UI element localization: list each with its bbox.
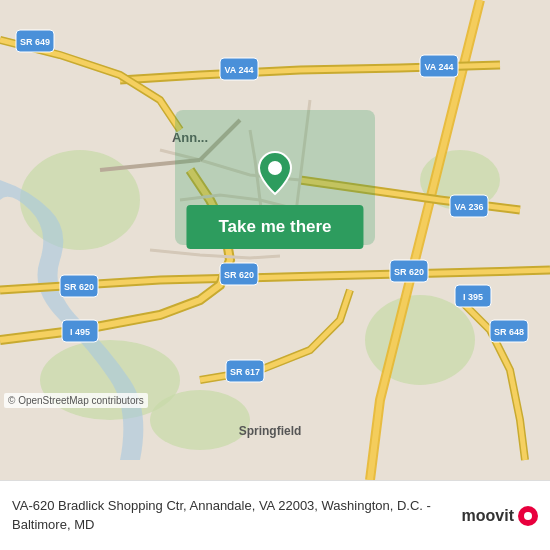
svg-text:SR 620: SR 620 xyxy=(224,270,254,280)
moovit-icon xyxy=(518,506,538,526)
svg-text:SR 649: SR 649 xyxy=(20,37,50,47)
svg-rect-22 xyxy=(226,360,264,382)
svg-text:SR 620: SR 620 xyxy=(394,267,424,277)
take-me-there-button[interactable]: Take me there xyxy=(186,205,363,249)
svg-rect-6 xyxy=(16,30,54,52)
svg-text:Springfield: Springfield xyxy=(239,424,302,438)
map-container: SR 649 VA 244 VA 244 VA 236 SR 620 SR 62… xyxy=(0,0,550,480)
svg-point-4 xyxy=(420,150,500,210)
svg-point-3 xyxy=(40,340,180,420)
svg-rect-20 xyxy=(62,320,98,342)
address-text: VA-620 Bradlick Shopping Ctr, Annandale,… xyxy=(12,497,462,533)
svg-text:I 395: I 395 xyxy=(463,292,483,302)
svg-point-31 xyxy=(268,161,282,175)
svg-rect-24 xyxy=(455,285,491,307)
svg-text:VA 244: VA 244 xyxy=(224,65,253,75)
svg-text:VA 244: VA 244 xyxy=(424,62,453,72)
svg-point-5 xyxy=(150,390,250,450)
moovit-logo: moovit xyxy=(462,506,538,526)
svg-rect-26 xyxy=(490,320,528,342)
svg-text:SR 617: SR 617 xyxy=(230,367,260,377)
svg-text:VA 236: VA 236 xyxy=(454,202,483,212)
moovit-wordmark: moovit xyxy=(462,507,514,525)
svg-rect-16 xyxy=(220,263,258,285)
svg-point-1 xyxy=(20,150,140,250)
svg-text:SR 648: SR 648 xyxy=(494,327,524,337)
map-attribution: © OpenStreetMap contributors xyxy=(4,393,148,408)
svg-text:SR 620: SR 620 xyxy=(64,282,94,292)
svg-rect-8 xyxy=(220,58,258,80)
svg-text:I 495: I 495 xyxy=(70,327,90,337)
svg-rect-10 xyxy=(420,55,458,77)
map-pin xyxy=(257,150,293,200)
svg-rect-18 xyxy=(390,260,428,282)
svg-rect-14 xyxy=(60,275,98,297)
svg-rect-12 xyxy=(450,195,488,217)
svg-text:Ann...: Ann... xyxy=(172,130,208,145)
info-bar: VA-620 Bradlick Shopping Ctr, Annandale,… xyxy=(0,480,550,550)
svg-point-2 xyxy=(365,295,475,385)
